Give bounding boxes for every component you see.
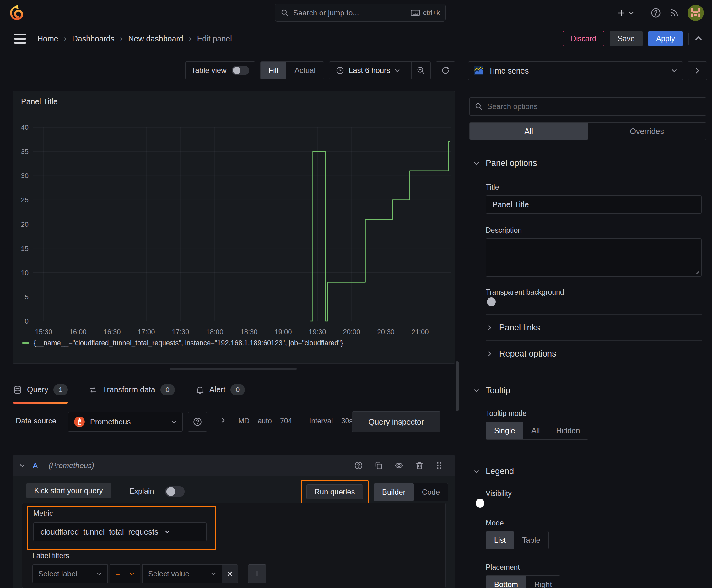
menu-toggle-icon[interactable] bbox=[14, 34, 26, 44]
tab-transform-label: Transform data bbox=[102, 385, 155, 394]
options-search[interactable] bbox=[469, 97, 706, 115]
query-ref-id: A bbox=[33, 461, 38, 470]
legend-section-header[interactable]: Legend bbox=[464, 466, 712, 476]
datasource-help-button[interactable] bbox=[188, 412, 207, 432]
help-icon[interactable] bbox=[650, 7, 661, 18]
placement-bottom-option[interactable]: Bottom bbox=[486, 576, 526, 588]
panel-title[interactable]: Panel Title bbox=[21, 97, 58, 106]
grafana-logo-icon[interactable] bbox=[9, 4, 25, 21]
grafana-edit-panel-screen: ctrl+k Home › Dashboards bbox=[0, 0, 712, 588]
query-inspector-button[interactable]: Query inspector bbox=[352, 412, 440, 432]
metric-select[interactable]: cloudflared_tunnel_total_requests bbox=[33, 522, 207, 541]
breadcrumb-dashboards[interactable]: Dashboards bbox=[72, 34, 114, 43]
add-new-button[interactable] bbox=[617, 8, 634, 17]
table-view-toggle[interactable] bbox=[232, 66, 249, 75]
clock-icon bbox=[336, 66, 344, 75]
label-filters-row: Select label = Select value bbox=[33, 564, 266, 583]
svg-text:10: 10 bbox=[21, 269, 28, 277]
breadcrumb-home[interactable]: Home bbox=[37, 34, 58, 43]
chevron-down-icon bbox=[165, 529, 170, 534]
time-range-button[interactable]: Last 6 hours bbox=[329, 62, 406, 79]
tab-alert[interactable]: Alert 0 bbox=[196, 376, 245, 404]
tooltip-all-option[interactable]: All bbox=[523, 422, 548, 439]
discard-button[interactable]: Discard bbox=[563, 31, 604, 46]
tab-overrides[interactable]: Overrides bbox=[588, 123, 706, 140]
collapse-row-icon[interactable] bbox=[19, 463, 25, 468]
refresh-button[interactable] bbox=[436, 61, 455, 80]
section-divider bbox=[464, 375, 712, 375]
legend-mode-label: Mode bbox=[486, 519, 702, 527]
duplicate-icon[interactable] bbox=[374, 461, 383, 470]
code-option[interactable]: Code bbox=[414, 483, 448, 501]
panel-options-section-header[interactable]: Panel options bbox=[464, 158, 712, 168]
legend-swatch[interactable] bbox=[22, 342, 29, 344]
panel-title-input[interactable] bbox=[492, 200, 695, 209]
add-filter-button[interactable] bbox=[248, 564, 266, 583]
builder-code-switch: Builder Code bbox=[373, 483, 448, 501]
resize-corner-icon[interactable] bbox=[694, 270, 699, 275]
legend-placement-switch: Bottom Right bbox=[486, 575, 560, 588]
options-search-input[interactable] bbox=[487, 102, 701, 111]
news-rss-icon[interactable] bbox=[669, 8, 679, 18]
actual-option[interactable]: Actual bbox=[286, 62, 324, 79]
query-row-header[interactable]: A (Prometheus) bbox=[13, 456, 455, 476]
select-label-dropdown[interactable]: Select label bbox=[33, 564, 108, 583]
fill-option[interactable]: Fill bbox=[261, 62, 287, 79]
operator-dropdown[interactable]: = bbox=[110, 564, 140, 583]
builder-option[interactable]: Builder bbox=[374, 483, 414, 501]
svg-text:20: 20 bbox=[21, 220, 28, 228]
interval-stat: Interval = 30s bbox=[309, 417, 353, 425]
save-button[interactable]: Save bbox=[610, 31, 643, 46]
metric-value: cloudflared_tunnel_total_requests bbox=[41, 527, 158, 537]
kick-start-query-button[interactable]: Kick start your query bbox=[26, 483, 111, 498]
tooltip-hidden-option[interactable]: Hidden bbox=[548, 422, 588, 439]
tab-alert-label: Alert bbox=[209, 385, 225, 394]
trash-icon[interactable] bbox=[415, 461, 424, 470]
help-icon[interactable] bbox=[354, 461, 363, 470]
tab-transform-data[interactable]: Transform data 0 bbox=[88, 376, 175, 404]
legend-series-label[interactable]: {__name__="cloudflared_tunnel_total_requ… bbox=[34, 339, 343, 347]
drag-handle-icon[interactable] bbox=[435, 461, 443, 470]
pane-resize-handle[interactable] bbox=[170, 368, 297, 370]
time-series-chart[interactable]: 051015202530354015:3016:0016:3017:0017:3… bbox=[15, 119, 454, 338]
top-bar: ctrl+k bbox=[0, 0, 712, 25]
repeat-options-section[interactable]: Repeat options bbox=[464, 341, 712, 366]
panel-links-section[interactable]: Panel links bbox=[464, 315, 712, 340]
tooltip-single-option[interactable]: Single bbox=[486, 422, 523, 439]
user-avatar[interactable] bbox=[688, 5, 704, 21]
panel-preview: Panel Title 051015202530354015:3016:0016… bbox=[13, 91, 455, 364]
visualization-picker[interactable]: Time series bbox=[468, 61, 683, 80]
breadcrumb-new-dashboard[interactable]: New dashboard bbox=[128, 34, 184, 43]
explain-toggle[interactable] bbox=[165, 486, 185, 497]
query-tabs-bar: Query 1 Transform data 0 Alert 0 bbox=[0, 376, 464, 404]
legend-list-option[interactable]: List bbox=[486, 531, 514, 549]
tooltip-mode-switch: Single All Hidden bbox=[486, 422, 588, 440]
zoom-out-button[interactable] bbox=[411, 62, 430, 79]
description-textarea[interactable] bbox=[486, 238, 702, 277]
svg-text:15: 15 bbox=[21, 245, 28, 253]
global-search-input[interactable] bbox=[293, 8, 406, 17]
apply-button[interactable]: Apply bbox=[648, 31, 683, 46]
datasource-row: Data source Prometheus MD = auto = 704 I… bbox=[0, 412, 464, 434]
breadcrumb: Home › Dashboards › New dashboard › Edit… bbox=[37, 34, 232, 43]
svg-text:30: 30 bbox=[21, 172, 28, 180]
collapse-header-icon[interactable] bbox=[694, 35, 703, 43]
tooltip-section-header[interactable]: Tooltip bbox=[464, 386, 712, 396]
panel-title-field[interactable] bbox=[486, 195, 702, 214]
bell-icon bbox=[196, 385, 204, 394]
tab-query[interactable]: Query 1 bbox=[13, 376, 68, 404]
chevron-down-icon bbox=[395, 68, 400, 73]
global-search[interactable]: ctrl+k bbox=[275, 4, 446, 22]
run-queries-button[interactable]: Run queries bbox=[306, 484, 363, 499]
collapse-options-pane-button[interactable] bbox=[688, 61, 707, 80]
select-value-dropdown[interactable]: Select value bbox=[142, 564, 222, 583]
placement-right-option[interactable]: Right bbox=[526, 576, 560, 588]
breadcrumb-separator: › bbox=[64, 34, 67, 43]
legend-placement-label: Placement bbox=[486, 563, 702, 572]
legend-table-option[interactable]: Table bbox=[514, 531, 548, 549]
chevron-right-icon[interactable] bbox=[220, 417, 226, 423]
hide-response-eye-icon[interactable] bbox=[394, 461, 404, 470]
remove-filter-icon[interactable] bbox=[222, 564, 238, 583]
tab-all-options[interactable]: All bbox=[470, 123, 588, 140]
datasource-picker[interactable]: Prometheus bbox=[68, 412, 183, 432]
